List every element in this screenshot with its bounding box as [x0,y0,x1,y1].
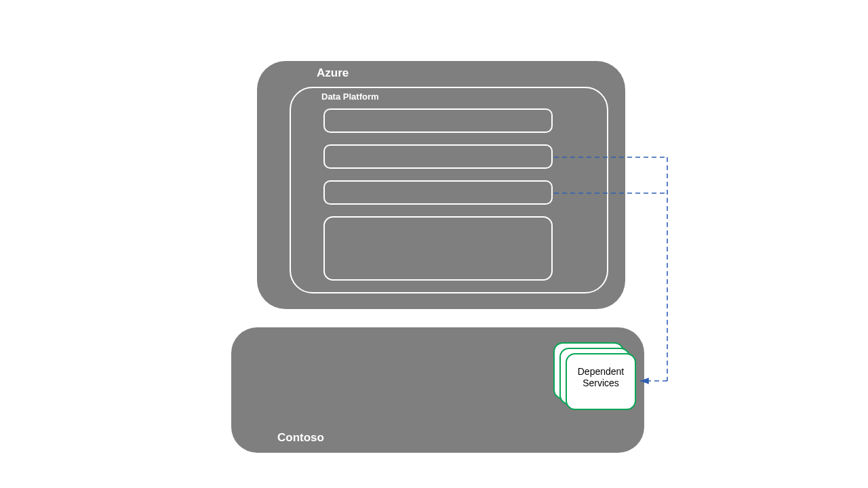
dependent-services-label-line1: Dependent [578,366,625,377]
data-platform-slot-2 [323,144,553,169]
contoso-label: Contoso [277,431,324,445]
azure-label: Azure [317,66,349,80]
dependent-services-label: Dependent Services [566,366,636,389]
data-platform-slot-1 [323,108,553,133]
data-platform-label: Data Platform [321,92,379,102]
dependent-services-label-line2: Services [583,378,619,388]
data-platform-large-slot [323,216,553,281]
data-platform-slot-3 [323,180,553,205]
